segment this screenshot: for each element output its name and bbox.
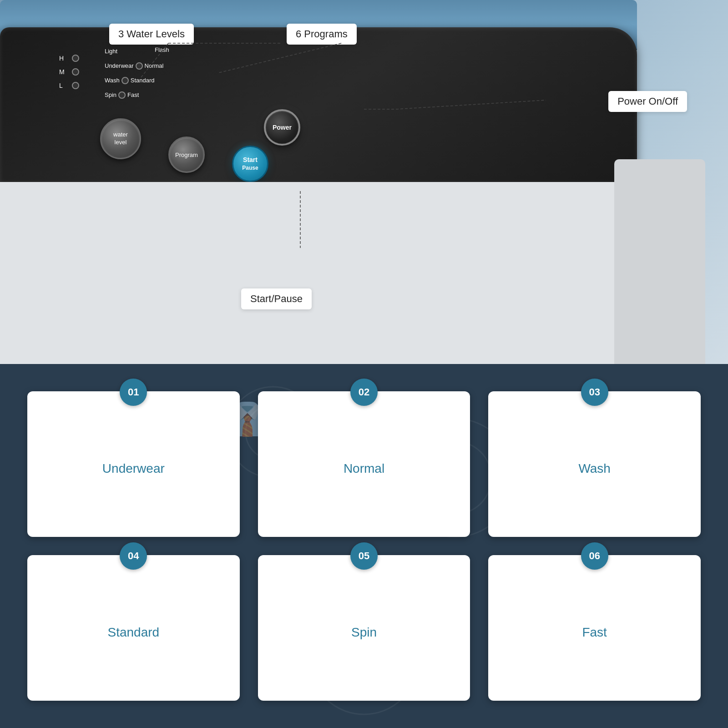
program-card-label-wash: Wash bbox=[578, 461, 611, 476]
program-card-wash: 03Wash bbox=[488, 391, 701, 537]
callout-water-levels-text: 3 Water Levels bbox=[118, 28, 185, 40]
power-button-label: Power bbox=[273, 124, 292, 131]
program-fast-label: Fast bbox=[127, 89, 139, 101]
water-level-h-label: H bbox=[59, 55, 68, 62]
water-level-h-dot bbox=[72, 55, 79, 62]
water-level-button[interactable]: water level bbox=[100, 118, 141, 159]
program-card-fast: 06Fast bbox=[488, 555, 701, 701]
program-wash-dot bbox=[121, 77, 129, 84]
program-normal-label: Normal bbox=[145, 60, 164, 72]
water-level-button-label: water level bbox=[113, 131, 128, 147]
machine-white-body bbox=[0, 182, 637, 364]
control-panel: H M L Light Underwear Normal W bbox=[0, 27, 637, 182]
program-card-label-spin: Spin bbox=[351, 625, 377, 640]
program-flash-label: Flash bbox=[155, 46, 169, 53]
program-wash-label: Wash bbox=[105, 75, 120, 86]
start-pause-button[interactable]: Start Pause bbox=[232, 146, 268, 182]
top-section: H M L Light Underwear Normal W bbox=[0, 0, 728, 364]
program-underwear-label: Underwear bbox=[105, 60, 134, 72]
pause-label: Pause bbox=[242, 164, 258, 172]
program-badge-06: 06 bbox=[581, 542, 608, 570]
callout-programs: 6 Programs bbox=[287, 24, 357, 45]
program-card-label-standard: Standard bbox=[108, 625, 160, 640]
water-level-m-label: M bbox=[59, 68, 68, 76]
program-spin-dot bbox=[118, 91, 126, 99]
program-badge-03: 03 bbox=[581, 379, 608, 406]
program-spin-label: Spin bbox=[105, 89, 116, 101]
program-badge-01: 01 bbox=[120, 379, 147, 406]
bottom-section: 👕 👔 🧣 🧤 01Underwear02Normal03Wash04Stand… bbox=[0, 364, 728, 728]
program-light-label: Light bbox=[105, 46, 117, 57]
callout-water-levels: 3 Water Levels bbox=[109, 24, 194, 45]
power-button[interactable]: Power bbox=[264, 109, 300, 146]
water-level-m-dot bbox=[72, 68, 79, 76]
program-card-label-fast: Fast bbox=[582, 625, 607, 640]
callout-programs-text: 6 Programs bbox=[296, 28, 348, 40]
start-label: Start bbox=[243, 156, 258, 165]
program-badge-02: 02 bbox=[350, 379, 378, 406]
program-card-standard: 04Standard bbox=[27, 555, 240, 701]
program-card-label-normal: Normal bbox=[344, 461, 384, 476]
program-card-normal: 02Normal bbox=[258, 391, 470, 537]
callout-start-text: Start/Pause bbox=[250, 293, 303, 304]
program-card-underwear: 01Underwear bbox=[27, 391, 240, 537]
callout-power: Power On/Off bbox=[608, 91, 687, 112]
program-badge-04: 04 bbox=[120, 542, 147, 570]
program-underwear-dot bbox=[136, 62, 143, 70]
machine-side-panel bbox=[614, 159, 705, 364]
program-badge-05: 05 bbox=[350, 542, 378, 570]
water-level-l-label: L bbox=[59, 82, 68, 89]
callout-start: Start/Pause bbox=[241, 288, 312, 309]
program-card-spin: 05Spin bbox=[258, 555, 470, 701]
programs-grid: 01Underwear02Normal03Wash04Standard05Spi… bbox=[0, 364, 728, 728]
program-button-label: Program bbox=[175, 152, 198, 158]
water-level-l-dot bbox=[72, 82, 79, 89]
program-standard-label: Standard bbox=[131, 75, 155, 86]
callout-power-text: Power On/Off bbox=[617, 96, 678, 107]
program-button[interactable]: Program bbox=[168, 136, 205, 173]
program-card-label-underwear: Underwear bbox=[102, 461, 165, 476]
